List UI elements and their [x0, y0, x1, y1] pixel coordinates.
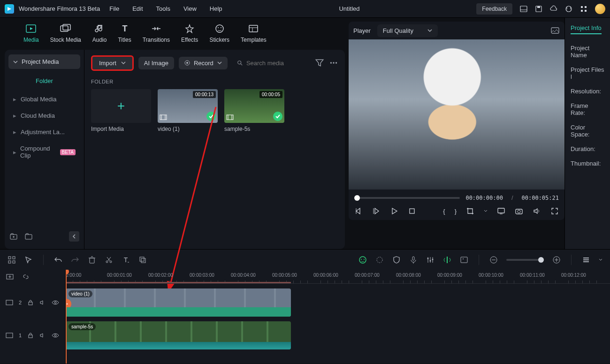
mark-in-button[interactable]: {	[443, 208, 445, 215]
menu-edit[interactable]: Edit	[132, 5, 143, 12]
step-back-icon[interactable]	[372, 207, 381, 215]
tab-effects[interactable]: Effects	[181, 23, 198, 48]
tab-titles[interactable]: T Titles	[118, 23, 131, 48]
tab-audio[interactable]: Audio	[92, 23, 107, 48]
prev-frame-icon[interactable]	[354, 207, 363, 215]
quality-select[interactable]: Full Quality	[377, 24, 438, 37]
more-icon[interactable]	[329, 58, 338, 68]
track-2[interactable]: video (1)	[66, 288, 610, 317]
prop-frame-rate: Frame Rate:	[571, 99, 604, 120]
undo-icon[interactable]	[54, 256, 62, 264]
track-header-1[interactable]: 1	[0, 321, 65, 349]
filter-icon[interactable]	[315, 58, 324, 68]
chevron-right-icon: ▸	[13, 96, 17, 103]
snapshot-icon[interactable]	[550, 26, 560, 35]
text-icon[interactable]: T	[122, 256, 130, 264]
pointer-icon[interactable]	[24, 256, 33, 264]
cloud-icon[interactable]	[550, 5, 557, 13]
track-header-2[interactable]: 2	[0, 288, 65, 317]
stop-icon[interactable]	[408, 207, 416, 215]
beta-badge: BETA	[60, 149, 76, 155]
delete-icon[interactable]	[88, 256, 96, 264]
display-icon[interactable]	[497, 207, 505, 215]
sidebar-item-cloud-media[interactable]: ▸Cloud Media	[8, 107, 80, 124]
image-tool-icon[interactable]	[460, 256, 468, 264]
mute-icon[interactable]	[39, 299, 46, 306]
record-button[interactable]: Record	[179, 57, 228, 69]
mic-icon[interactable]	[409, 256, 418, 264]
zoom-slider[interactable]	[506, 259, 544, 261]
menu-help[interactable]: Help	[210, 5, 222, 12]
folder-icon[interactable]	[24, 232, 33, 241]
tab-templates[interactable]: Templates	[241, 23, 267, 48]
timeline-canvas[interactable]: 0:00:0000:00:01:0000:00:02:0000:00:03:00…	[66, 270, 610, 364]
import-button[interactable]: Import	[91, 55, 134, 71]
camera-icon[interactable]	[515, 207, 523, 215]
collapse-sidebar-button[interactable]	[69, 231, 79, 242]
clip-video1[interactable]: video (1)	[66, 288, 291, 317]
color-wheel-icon[interactable]	[375, 256, 384, 264]
import-media-tile[interactable]: + Import Media	[91, 89, 151, 132]
shield-icon[interactable]	[392, 256, 401, 264]
document-title: Untitled	[222, 5, 477, 12]
crop-icon[interactable]	[466, 207, 474, 215]
redo-icon[interactable]	[71, 256, 79, 264]
media-thumb-sample[interactable]: 00:00:05 sample-5s	[224, 89, 284, 132]
menu-file[interactable]: File	[109, 5, 119, 12]
tab-transitions[interactable]: Transitions	[143, 23, 170, 48]
apps-icon[interactable]	[580, 5, 587, 13]
list-view-icon[interactable]	[582, 256, 590, 264]
ai-image-button[interactable]: AI Image	[138, 57, 174, 69]
clip-sample[interactable]: sample-5s	[66, 321, 291, 349]
support-icon[interactable]	[565, 5, 572, 13]
add-track-icon[interactable]	[6, 273, 14, 281]
playhead[interactable]	[66, 270, 67, 364]
new-folder-icon[interactable]	[9, 232, 18, 241]
chevron-down-icon[interactable]	[599, 258, 602, 262]
menu-view[interactable]: View	[183, 5, 197, 12]
volume-icon[interactable]	[533, 207, 541, 215]
play-icon[interactable]	[390, 207, 398, 215]
eye-icon[interactable]	[52, 299, 59, 306]
ai-icon[interactable]	[358, 256, 367, 264]
zoom-in-icon[interactable]	[552, 256, 561, 264]
chevron-down-icon[interactable]	[484, 209, 488, 213]
search-box[interactable]	[232, 57, 310, 69]
tab-project-info[interactable]: Project Info	[571, 23, 602, 34]
tab-stock-media[interactable]: Stock Media	[50, 23, 81, 48]
feedback-button[interactable]: Feedback	[476, 3, 512, 15]
layout-icon[interactable]	[520, 5, 527, 13]
sidebar-item-adjustment-layer[interactable]: ▸Adjustment La...	[8, 124, 80, 140]
save-icon[interactable]	[535, 5, 542, 13]
tab-stickers[interactable]: Stickers	[209, 23, 229, 48]
sidebar-item-compound-clip[interactable]: ▸Compound ClipBETA	[8, 140, 80, 164]
zoom-out-icon[interactable]	[489, 256, 498, 264]
media-icon	[25, 23, 37, 34]
user-avatar[interactable]	[595, 4, 605, 14]
mute-icon[interactable]	[39, 332, 46, 339]
mixer-icon[interactable]	[426, 256, 435, 264]
lock-icon[interactable]	[27, 332, 34, 339]
svg-rect-6	[585, 6, 587, 8]
split-icon[interactable]	[105, 256, 113, 264]
menu-tools[interactable]: Tools	[156, 5, 170, 12]
link-icon[interactable]	[22, 273, 30, 281]
player-viewport[interactable]	[349, 39, 564, 190]
sidebar-item-global-media[interactable]: ▸Global Media	[8, 91, 80, 107]
svg-rect-83	[29, 335, 32, 338]
media-thumb-video1[interactable]: 00:00:13 video (1)	[158, 89, 218, 132]
marker-icon[interactable]	[443, 256, 451, 264]
svg-point-59	[377, 257, 382, 263]
mark-out-button[interactable]: }	[455, 208, 457, 215]
search-input[interactable]	[246, 60, 305, 67]
crop-tool-icon[interactable]	[138, 256, 147, 264]
svg-point-42	[518, 210, 520, 213]
tab-media[interactable]: Media	[23, 23, 39, 48]
project-media-button[interactable]: Project Media	[8, 54, 80, 69]
lock-icon[interactable]	[27, 299, 34, 306]
fullscreen-icon[interactable]	[550, 207, 559, 215]
track-1[interactable]: sample-5s	[66, 321, 610, 349]
seek-bar[interactable]	[354, 197, 460, 199]
grid-icon[interactable]	[8, 256, 16, 264]
eye-icon[interactable]	[52, 332, 59, 339]
